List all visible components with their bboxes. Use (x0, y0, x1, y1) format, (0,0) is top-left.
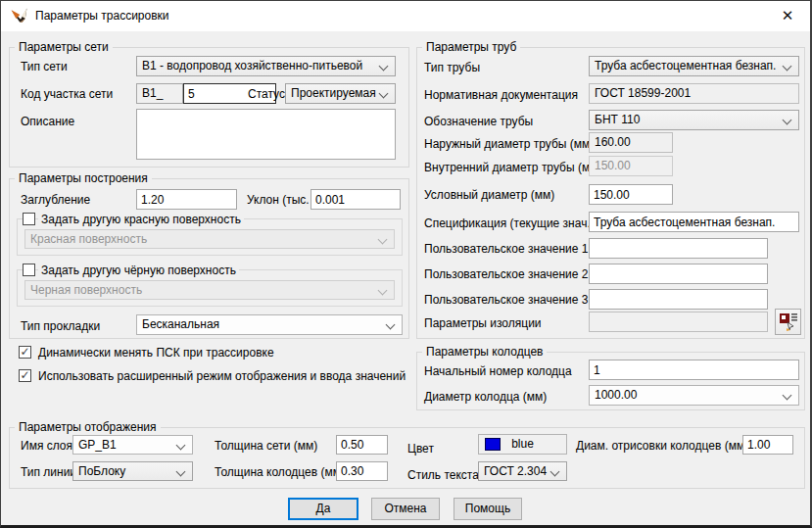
net-code-prefix: В1_ (136, 83, 183, 104)
layer-name-combobox[interactable]: GP_B1 (72, 435, 193, 455)
close-icon: ✕ (782, 7, 794, 24)
text-style-label: Стиль текста (407, 468, 479, 482)
group-build-title: Параметры построения (15, 172, 152, 185)
text-style-combobox[interactable]: ГОСТ 2.304 (478, 461, 567, 481)
dynamic-ucs-checkbox[interactable] (19, 346, 31, 359)
well-draw-diameter-input[interactable] (742, 435, 793, 455)
description-label: Описание (21, 115, 74, 128)
well-diameter-label: Диаметр колодца (мм) (424, 390, 547, 404)
pipe-type-label: Тип трубы (424, 61, 480, 74)
insulation-settings-button[interactable] (775, 309, 801, 335)
user-value-2-label: Пользовательское значение 2 (424, 267, 588, 281)
user-value-1-label: Пользовательское значение 1 (424, 242, 588, 256)
description-textarea[interactable] (136, 109, 396, 160)
pipe-spec-label: Спецификация (текущие знач.) (424, 216, 595, 230)
user-value-3-label: Пользовательское значение 3 (424, 293, 588, 307)
pipe-doc-field: ГОСТ 18599-2001 (589, 83, 799, 104)
insulation-settings-icon (776, 310, 800, 334)
black-surface-check-label: Задать другую чёрную поверхность (38, 264, 239, 277)
user-value-1-input[interactable] (589, 238, 768, 259)
well-width-label: Толщина колодцев (мм) (215, 465, 345, 479)
status-label: Статус (248, 87, 285, 101)
titlebar: Параметры трассировки ✕ (1, 1, 810, 31)
laying-type-label: Тип прокладки (21, 319, 100, 333)
well-diameter-combobox[interactable]: 1000.00 (589, 385, 799, 406)
chevron-down-icon (378, 235, 388, 245)
close-button[interactable]: ✕ (767, 1, 808, 30)
pipe-type-combobox[interactable]: Труба асбестоцементная безнап. (589, 56, 799, 76)
line-type-combobox[interactable]: ПоБлоку (72, 461, 193, 481)
pipe-outer-diameter-field: 160.00 (589, 132, 673, 153)
extended-mode-label: Использовать расширенный режим отображен… (38, 369, 406, 383)
net-type-label: Тип сети (21, 60, 68, 73)
color-swatch (485, 438, 501, 451)
user-value-2-input[interactable] (589, 264, 768, 284)
depth-label: Заглубление (21, 193, 90, 207)
cancel-button[interactable]: Отмена (371, 498, 440, 520)
insulation-field (589, 312, 768, 332)
chevron-down-icon (783, 116, 792, 125)
status-combobox[interactable]: Проектируемая (285, 83, 396, 104)
chevron-down-icon (176, 441, 186, 451)
well-width-input[interactable] (336, 461, 388, 481)
group-well-title: Параметры колодцев (422, 346, 547, 359)
red-surface-checkbox[interactable] (23, 213, 35, 225)
ok-button[interactable]: Да (288, 498, 358, 520)
chevron-down-icon (379, 62, 389, 72)
dialog-window: Параметры трассировки ✕ Параметры сети Т… (0, 0, 812, 528)
well-draw-diameter-label: Диам. отрисовки колодцев (мм) (576, 439, 748, 453)
pipe-outer-diameter-label: Наружный диаметр трубы (мм) (424, 137, 594, 151)
chevron-down-icon (386, 320, 396, 330)
dynamic-ucs-label: Динамически менять ПСК при трассировке (38, 346, 274, 360)
pipe-nominal-diameter-label: Условный диаметр (мм) (424, 188, 554, 202)
net-type-combobox[interactable]: В1 - водопровод хозяйственно-питьевой (136, 56, 396, 76)
pipe-nominal-diameter-input[interactable] (589, 184, 673, 205)
well-start-number-label: Начальный номер колодца (424, 364, 572, 378)
chevron-down-icon (379, 89, 389, 99)
pipe-inner-diameter-label: Внутренний диаметр трубы (мм) (424, 161, 601, 174)
net-code-label: Код участка сети (21, 87, 113, 101)
chevron-down-icon (176, 467, 186, 477)
black-surface-checkbox[interactable] (23, 264, 35, 276)
slope-input[interactable] (310, 189, 401, 210)
chevron-down-icon (550, 467, 560, 477)
chevron-down-icon (783, 391, 792, 401)
layer-name-label: Имя слоя (21, 439, 72, 453)
well-start-number-input[interactable] (589, 360, 799, 380)
slope-label: Уклон (тыс. (247, 193, 310, 207)
net-width-input[interactable] (336, 435, 388, 455)
red-surface-combobox: Красная поверхность (24, 229, 395, 249)
pipe-mark-combobox[interactable]: БНТ 110 (589, 110, 799, 130)
chevron-down-icon (378, 286, 388, 296)
user-value-3-input[interactable] (589, 289, 768, 310)
group-pipe-title: Параметры труб (422, 41, 520, 54)
group-net-title: Параметры сети (15, 41, 113, 54)
pipe-inner-diameter-field: 150.00 (589, 156, 673, 176)
color-button[interactable]: blue (478, 434, 567, 455)
line-type-label: Тип линии (21, 465, 76, 479)
pipe-spec-input[interactable] (589, 212, 799, 232)
insulation-label: Параметры изоляции (424, 316, 542, 330)
pipe-mark-label: Обозначение трубы (424, 115, 533, 128)
net-width-label: Толщина сети (мм) (215, 439, 317, 453)
chevron-down-icon (783, 62, 792, 72)
window-title: Параметры трассировки (35, 9, 169, 23)
red-surface-check-label: Задать другую красную поверхность (38, 213, 244, 226)
extended-mode-checkbox[interactable] (19, 369, 31, 382)
depth-input[interactable] (136, 189, 237, 210)
pipe-doc-label: Нормативная документация (424, 88, 578, 102)
color-label: Цвет (407, 442, 434, 456)
app-logo-icon (10, 7, 28, 25)
black-surface-combobox: Черная поверхность (24, 280, 395, 300)
help-button[interactable]: Помощь (454, 498, 522, 520)
laying-type-combobox[interactable]: Бесканальная (136, 314, 403, 335)
group-display-title: Параметры отображения (15, 421, 161, 434)
